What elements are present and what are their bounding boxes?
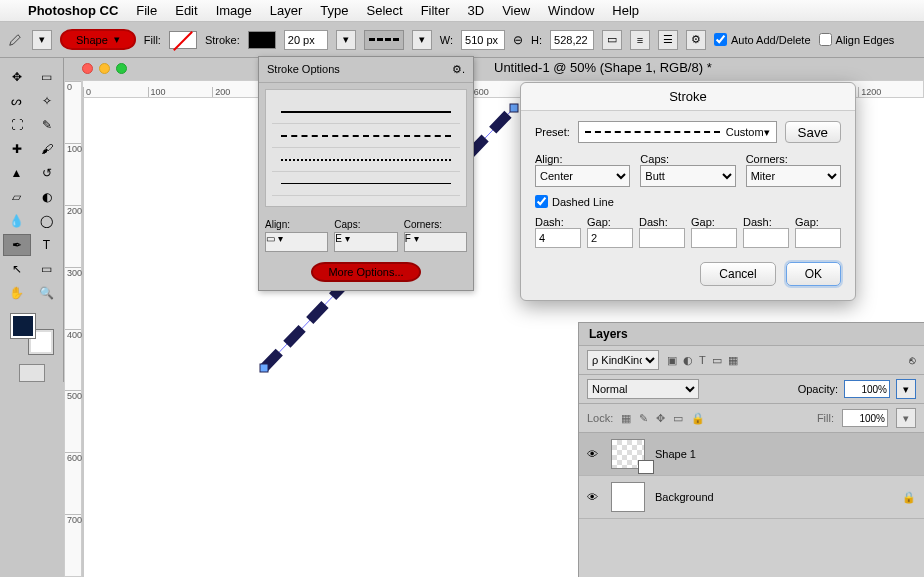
- lock-brush-icon[interactable]: ✎: [639, 412, 648, 425]
- menu-help[interactable]: Help: [612, 3, 639, 18]
- layers-tab[interactable]: Layers: [579, 323, 924, 346]
- caps-dropdown[interactable]: E ▾: [334, 232, 397, 252]
- lock-transparency-icon[interactable]: ▦: [621, 412, 631, 425]
- move-tool[interactable]: ✥: [3, 66, 31, 88]
- stroke-swatch[interactable]: [248, 31, 276, 49]
- minimize-icon[interactable]: [99, 63, 110, 74]
- width-input[interactable]: [461, 30, 505, 50]
- caps-select[interactable]: Butt: [640, 165, 735, 187]
- stroke-preset-dashed[interactable]: [272, 124, 460, 148]
- gear-icon[interactable]: ⚙: [686, 30, 706, 50]
- visibility-icon[interactable]: 👁: [587, 448, 601, 460]
- gap1-input[interactable]: [587, 228, 633, 248]
- stroke-preset-dotted[interactable]: [272, 148, 460, 172]
- lock-all-icon[interactable]: 🔒: [691, 412, 705, 425]
- more-options-button[interactable]: More Options...: [311, 262, 421, 282]
- dash3-input[interactable]: [743, 228, 789, 248]
- stroke-width-input[interactable]: [284, 30, 328, 50]
- quick-mask-toggle[interactable]: [19, 364, 45, 382]
- layer-background[interactable]: 👁 Background 🔒: [579, 476, 924, 519]
- crop-tool[interactable]: ⛶: [3, 114, 31, 136]
- zoom-tool[interactable]: 🔍: [33, 282, 61, 304]
- gap3-input[interactable]: [795, 228, 841, 248]
- path-ops-icon[interactable]: ▭: [602, 30, 622, 50]
- menu-type[interactable]: Type: [320, 3, 348, 18]
- preset-dropdown[interactable]: Custom▾: [578, 121, 777, 143]
- magic-wand-tool[interactable]: ✧: [33, 90, 61, 112]
- height-input[interactable]: [550, 30, 594, 50]
- brush-tool[interactable]: 🖌: [33, 138, 61, 160]
- foreground-color[interactable]: [11, 314, 35, 338]
- eyedropper-tool[interactable]: ✎: [33, 114, 61, 136]
- menu-3d[interactable]: 3D: [468, 3, 485, 18]
- lock-move-icon[interactable]: ✥: [656, 412, 665, 425]
- tool-mode-dropdown[interactable]: Shape ▾: [60, 29, 136, 50]
- link-icon[interactable]: ⊖: [513, 33, 523, 47]
- stroke-preset-thin[interactable]: [272, 172, 460, 196]
- fg-bg-swatch[interactable]: [9, 312, 55, 356]
- blend-mode-select[interactable]: Normal: [587, 379, 699, 399]
- menu-view[interactable]: View: [502, 3, 530, 18]
- lasso-tool[interactable]: ᔕ: [3, 90, 31, 112]
- menu-window[interactable]: Window: [548, 3, 594, 18]
- opacity-input[interactable]: [844, 380, 890, 398]
- filter-kind-select[interactable]: ρ KindKind: [587, 350, 659, 370]
- align-select[interactable]: Center: [535, 165, 630, 187]
- tool-preset-dd[interactable]: ▾: [32, 30, 52, 50]
- type-tool[interactable]: T: [33, 234, 61, 256]
- dash1-input[interactable]: [535, 228, 581, 248]
- menu-layer[interactable]: Layer: [270, 3, 303, 18]
- layer-thumbnail[interactable]: [611, 439, 645, 469]
- corners-select[interactable]: Miter: [746, 165, 841, 187]
- menu-image[interactable]: Image: [216, 3, 252, 18]
- healing-tool[interactable]: ✚: [3, 138, 31, 160]
- ok-button[interactable]: OK: [786, 262, 841, 286]
- auto-add-delete-checkbox[interactable]: Auto Add/Delete: [714, 33, 811, 46]
- blur-tool[interactable]: 💧: [3, 210, 31, 232]
- dodge-tool[interactable]: ◯: [33, 210, 61, 232]
- stroke-width-dd[interactable]: ▾: [336, 30, 356, 50]
- menu-select[interactable]: Select: [366, 3, 402, 18]
- dashed-line-checkbox[interactable]: Dashed Line: [535, 195, 614, 208]
- lock-artboard-icon[interactable]: ▭: [673, 412, 683, 425]
- align-edges-checkbox[interactable]: Align Edges: [819, 33, 895, 46]
- marquee-tool[interactable]: ▭: [33, 66, 61, 88]
- hand-tool[interactable]: ✋: [3, 282, 31, 304]
- stamp-tool[interactable]: ▲: [3, 162, 31, 184]
- arrange-icon[interactable]: ☰: [658, 30, 678, 50]
- filter-toggle[interactable]: ⎋: [909, 354, 916, 366]
- maximize-icon[interactable]: [116, 63, 127, 74]
- corners-dropdown[interactable]: F ▾: [404, 232, 467, 252]
- stroke-type-dd[interactable]: ▾: [412, 30, 432, 50]
- menu-filter[interactable]: Filter: [421, 3, 450, 18]
- menu-file[interactable]: File: [136, 3, 157, 18]
- path-select-tool[interactable]: ↖: [3, 258, 31, 280]
- shape-tool[interactable]: ▭: [33, 258, 61, 280]
- pen-tool[interactable]: ✒: [3, 234, 31, 256]
- close-icon[interactable]: [82, 63, 93, 74]
- align-dropdown[interactable]: ▭ ▾: [265, 232, 328, 252]
- dash2-input[interactable]: [639, 228, 685, 248]
- anchor-point[interactable]: [260, 364, 268, 372]
- gear-icon[interactable]: ⚙.: [452, 63, 465, 76]
- history-brush-tool[interactable]: ↺: [33, 162, 61, 184]
- save-button[interactable]: Save: [785, 121, 841, 143]
- align-icon[interactable]: ≡: [630, 30, 650, 50]
- gap2-input[interactable]: [691, 228, 737, 248]
- stroke-type-dropdown[interactable]: [364, 30, 404, 50]
- filter-icons[interactable]: ▣◐T▭▦: [667, 354, 744, 367]
- menu-edit[interactable]: Edit: [175, 3, 197, 18]
- app-name[interactable]: Photoshop CC: [28, 3, 118, 18]
- visibility-icon[interactable]: 👁: [587, 491, 601, 503]
- gradient-tool[interactable]: ◐: [33, 186, 61, 208]
- cancel-button[interactable]: Cancel: [700, 262, 775, 286]
- layer-thumbnail[interactable]: [611, 482, 645, 512]
- eraser-tool[interactable]: ▱: [3, 186, 31, 208]
- fill-swatch[interactable]: [169, 31, 197, 49]
- opacity-dd[interactable]: ▾: [896, 379, 916, 399]
- layer-shape1[interactable]: 👁 Shape 1: [579, 433, 924, 476]
- anchor-point[interactable]: [510, 104, 518, 112]
- fill-input[interactable]: [842, 409, 888, 427]
- stroke-preset-solid[interactable]: [272, 100, 460, 124]
- fill-dd[interactable]: ▾: [896, 408, 916, 428]
